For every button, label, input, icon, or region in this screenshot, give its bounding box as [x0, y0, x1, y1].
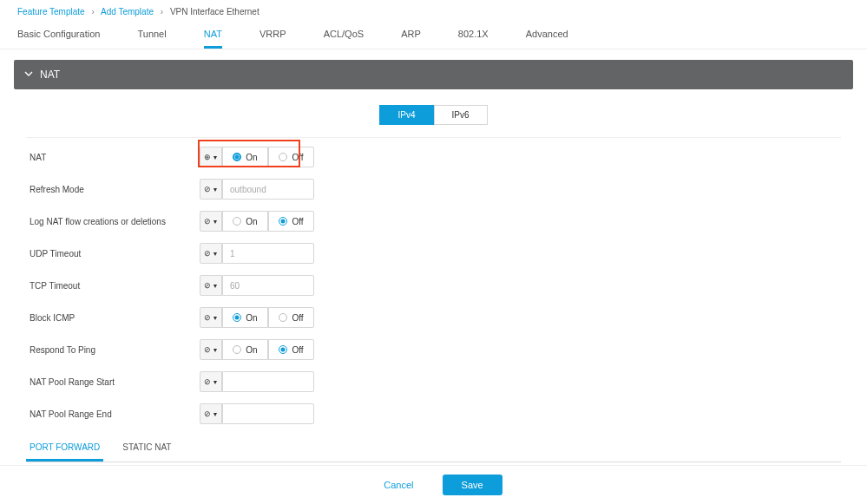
subtabs: PORT FORWARD STATIC NAT — [26, 435, 841, 462]
cancel-button[interactable]: Cancel — [365, 475, 432, 495]
radio-icon — [233, 345, 241, 354]
option-label: On — [246, 217, 257, 226]
udp-timeout-input[interactable] — [222, 243, 314, 264]
radio-icon — [279, 313, 287, 322]
breadcrumb: Feature Template › Add Template › VPN In… — [0, 0, 867, 22]
label-log-nat: Log NAT flow creations or deletions — [26, 217, 200, 226]
scope-button-udp[interactable]: ⊘▼ — [200, 243, 222, 264]
scope-button-poolend[interactable]: ⊘▼ — [200, 403, 222, 424]
tab-arp[interactable]: ARP — [401, 22, 421, 46]
scope-button-icmp[interactable]: ⊘▼ — [200, 307, 222, 328]
check-icon: ⊘ — [204, 217, 211, 226]
radio-icon — [279, 217, 287, 226]
ping-off-option[interactable]: Off — [268, 339, 314, 360]
check-icon: ⊘ — [204, 185, 211, 193]
caret-down-icon: ▼ — [213, 347, 219, 353]
option-label: Off — [292, 313, 303, 323]
option-label: On — [246, 313, 257, 323]
pool-end-input[interactable] — [222, 403, 314, 424]
pool-start-input[interactable] — [222, 371, 314, 392]
label-pool-end: NAT Pool Range End — [26, 409, 200, 419]
breadcrumb-current: VPN Interface Ethernet — [170, 7, 259, 16]
caret-down-icon: ▼ — [213, 154, 219, 160]
radio-icon — [233, 217, 241, 226]
tab-tunnel[interactable]: Tunnel — [137, 22, 166, 46]
section-header-nat[interactable]: NAT — [14, 60, 853, 89]
radio-icon — [279, 345, 287, 354]
scope-button-refresh[interactable]: ⊘▼ — [200, 179, 222, 200]
tab-advanced[interactable]: Advanced — [526, 22, 568, 46]
tab-8021x[interactable]: 802.1X — [458, 22, 489, 46]
ping-on-option[interactable]: On — [222, 339, 268, 360]
globe-icon: ⊕ — [204, 153, 211, 161]
label-block-icmp: Block ICMP — [26, 313, 200, 323]
check-icon: ⊘ — [204, 409, 211, 418]
caret-down-icon: ▼ — [213, 379, 219, 385]
lognat-off-option[interactable]: Off — [268, 211, 314, 232]
check-icon: ⊘ — [204, 249, 211, 258]
radio-icon — [279, 153, 287, 161]
breadcrumb-add-template[interactable]: Add Template — [101, 7, 154, 16]
scope-button-poolstart[interactable]: ⊘▼ — [200, 371, 222, 392]
option-label: On — [246, 345, 257, 355]
tcp-timeout-input[interactable] — [222, 275, 314, 296]
refresh-mode-input[interactable] — [222, 179, 314, 200]
chevron-right-icon: › — [91, 7, 94, 16]
label-pool-start: NAT Pool Range Start — [26, 377, 200, 387]
tab-nat[interactable]: NAT — [204, 22, 222, 49]
option-label: On — [246, 153, 257, 162]
save-button[interactable]: Save — [443, 475, 502, 495]
caret-down-icon: ▼ — [213, 283, 219, 289]
caret-down-icon: ▼ — [213, 219, 219, 225]
scope-button-tcp[interactable]: ⊘▼ — [200, 275, 222, 296]
chevron-down-icon — [24, 69, 33, 81]
caret-down-icon: ▼ — [213, 411, 219, 417]
caret-down-icon: ▼ — [213, 187, 219, 193]
footer: Cancel Save — [0, 465, 867, 504]
ipv6-toggle[interactable]: IPv6 — [434, 105, 488, 125]
check-icon: ⊘ — [204, 377, 211, 386]
tab-basic-configuration[interactable]: Basic Configuration — [17, 22, 100, 46]
check-icon: ⊘ — [204, 281, 211, 290]
option-label: Off — [292, 217, 303, 226]
radio-icon — [233, 313, 241, 322]
caret-down-icon: ▼ — [213, 251, 219, 257]
divider — [26, 137, 841, 138]
radio-icon — [233, 153, 241, 161]
label-nat: NAT — [26, 153, 200, 162]
lognat-on-option[interactable]: On — [222, 211, 268, 232]
caret-down-icon: ▼ — [213, 315, 219, 321]
main-tabs: Basic Configuration Tunnel NAT VRRP ACL/… — [0, 22, 867, 49]
tab-acl-qos[interactable]: ACL/QoS — [324, 22, 364, 46]
option-label: Off — [292, 153, 303, 162]
check-icon: ⊘ — [204, 345, 211, 354]
chevron-right-icon: › — [161, 7, 163, 16]
icmp-off-option[interactable]: Off — [268, 307, 314, 328]
scope-button-lognat[interactable]: ⊘▼ — [200, 211, 222, 232]
tab-vrrp[interactable]: VRRP — [259, 22, 286, 46]
subtab-static-nat[interactable]: STATIC NAT — [119, 435, 174, 461]
label-respond-ping: Respond To Ping — [26, 345, 200, 355]
breadcrumb-feature-template[interactable]: Feature Template — [17, 7, 85, 16]
icmp-on-option[interactable]: On — [222, 307, 268, 328]
scope-button-nat[interactable]: ⊕▼ — [200, 147, 222, 167]
ip-version-toggle: IPv4IPv6 — [26, 105, 841, 125]
section-title: NAT — [40, 69, 60, 81]
label-udp-timeout: UDP Timeout — [26, 249, 200, 259]
label-tcp-timeout: TCP Timeout — [26, 281, 200, 291]
nat-on-option[interactable]: On — [222, 147, 268, 167]
ipv4-toggle[interactable]: IPv4 — [379, 105, 433, 125]
option-label: Off — [292, 345, 303, 355]
nat-off-option[interactable]: Off — [268, 147, 314, 167]
scope-button-ping[interactable]: ⊘▼ — [200, 339, 222, 360]
subtab-port-forward[interactable]: PORT FORWARD — [26, 435, 103, 461]
check-icon: ⊘ — [204, 313, 211, 322]
label-refresh-mode: Refresh Mode — [26, 185, 200, 194]
